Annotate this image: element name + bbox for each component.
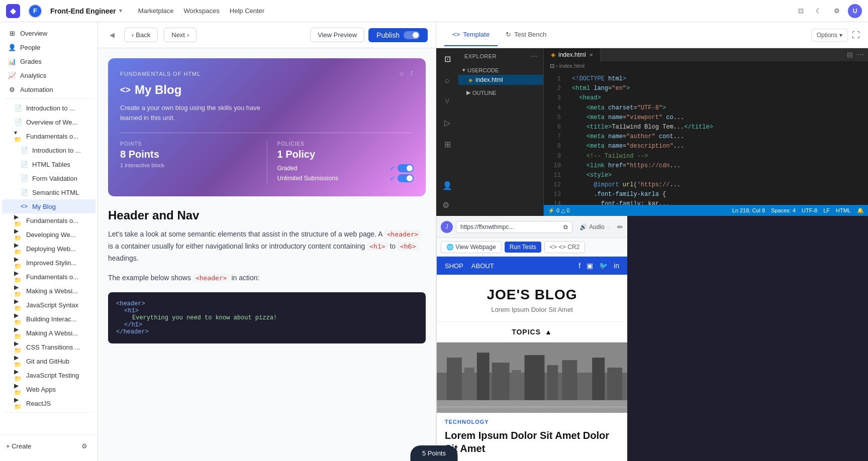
notifications-icon[interactable]: 🔔 — [857, 207, 864, 214]
article-title: Header and Nav — [108, 208, 426, 222]
outline-header[interactable]: ▶ OUTLINE — [462, 88, 539, 97]
sidebar-item-my-blog[interactable]: <> My Blog — [2, 199, 95, 213]
content-scroll: FUNDAMENTALS OF HTML ◇ ⤴ <> My Blog Crea… — [98, 48, 436, 461]
sidebar-item-fundamentals-o3[interactable]: ▶ 📁 Fundamentals o... — [2, 270, 95, 284]
view-webpage-button[interactable]: 🌐 View Webpage — [441, 241, 502, 253]
template-tab[interactable]: <> Template — [444, 24, 498, 46]
files-icon[interactable]: ⊡ — [442, 52, 453, 66]
sidebar-item-intro2[interactable]: 📄 Introduction to ... — [2, 143, 95, 157]
app-name-label: Front-End Engineer — [50, 7, 116, 15]
more-actions-icon[interactable]: ⋯ — [857, 51, 864, 59]
code-line-3: Everything you need to know about pizza! — [116, 314, 277, 321]
sidebar-item-javascript-test[interactable]: ▶ 📁 JavaScript Testing — [2, 368, 95, 382]
sidebar-item-web-apps[interactable]: ▶ 📁 Web Apps — [2, 382, 95, 396]
sidebar-item-overview-we[interactable]: 📄 Overview of We... — [2, 115, 95, 129]
source-control-icon[interactable]: ⑂ — [443, 95, 452, 108]
testbench-tab[interactable]: ↻ Test Bench — [498, 24, 554, 46]
split-editor-icon[interactable]: ⊟ — [847, 51, 853, 59]
expand-button[interactable]: ⛶ — [852, 31, 860, 40]
sidebar-item-automation[interactable]: ⚙ Automation — [2, 82, 95, 96]
help-center-link[interactable]: Help Center — [230, 7, 264, 15]
folder-icon: ▶ 📁 — [14, 371, 22, 379]
sidebar-item-grades[interactable]: 📊 Grades — [2, 54, 95, 68]
sidebar-item-deploying-web[interactable]: ▶ 📁 Deploying Web... — [2, 242, 95, 256]
sidebar-item-improved-styl[interactable]: ▶ 📁 Improved Stylin... — [2, 256, 95, 270]
marketplace-link[interactable]: Marketplace — [138, 7, 174, 15]
sidebar-item-making-webs1[interactable]: ▶ 📁 Making a Websi... — [2, 284, 95, 298]
run-debug-icon[interactable]: ▷ — [442, 116, 452, 130]
sidebar-item-making-webs2[interactable]: ▶ 📁 Making A Websi... — [2, 326, 95, 340]
url-bar[interactable]: https://ffxnwthmpc... ⧉ — [456, 221, 572, 233]
view-preview-button[interactable]: View Preview — [310, 28, 364, 42]
twitter-icon[interactable]: 🐦 — [599, 262, 608, 270]
sidebar-item-analytics[interactable]: 📈 Analytics — [2, 68, 95, 82]
user-avatar[interactable]: U — [848, 4, 862, 18]
explorer-menu-icon[interactable]: ⋯ — [530, 52, 538, 60]
sidebar-item-git-github[interactable]: ▶ 📁 Git and GitHub — [2, 354, 95, 368]
copy-url-icon[interactable]: ⧉ — [563, 223, 568, 230]
sidebar-item-developing-we[interactable]: ▶ 📁 Developing We... — [2, 227, 95, 242]
sidebar-item-fundamentals-o1[interactable]: ▾ 📁 Fundamentals o... — [2, 129, 95, 143]
code-brackets-icon: <> — [120, 85, 131, 95]
back-button[interactable]: ‹ Back — [124, 28, 158, 42]
unlimited-toggle[interactable]: ✓ — [390, 174, 414, 182]
audio-button[interactable]: 🔊 Audio ○ — [575, 221, 614, 233]
blog-nav-shop[interactable]: SHOP — [445, 262, 463, 270]
points-metric: POINTS 8 Points 1 interactive block — [120, 141, 257, 184]
sidebar-item-form-validation[interactable]: 📄 Form Validation — [2, 171, 95, 185]
sidebar-item-css-transitions[interactable]: ▶ 📁 CSS Transitions ... — [2, 340, 95, 354]
sidebar-item-semantic-html[interactable]: 📄 Semantic HTML — [2, 185, 95, 199]
facebook-icon[interactable]: f — [578, 262, 581, 270]
publish-toggle[interactable] — [404, 31, 420, 39]
topics-header[interactable]: TOPICS ▲ — [445, 328, 619, 336]
article-body-1: Let's take a look at some semantic eleme… — [108, 228, 426, 264]
blog-nav-about[interactable]: ABOUT — [471, 262, 494, 270]
usercode-label: USERCODE — [467, 67, 499, 73]
sidebar-item-intro1[interactable]: 📄 Introduction to ... — [2, 101, 95, 115]
sidebar-item-html-tables[interactable]: 📄 HTML Tables — [2, 157, 95, 171]
close-tab-icon[interactable]: ✕ — [589, 52, 593, 58]
automation-icon: ⚙ — [8, 85, 16, 93]
create-label[interactable]: + Create — [6, 442, 31, 450]
sidebar-item-building-inter[interactable]: ▶ 📁 Building Interac... — [2, 312, 95, 326]
extensions-icon[interactable]: ⊞ — [442, 138, 453, 151]
gear-sidebar-icon[interactable]: ⚙ — [440, 198, 454, 212]
next-button[interactable]: Next › — [164, 28, 197, 42]
app-chevron-icon[interactable]: ▾ — [119, 8, 122, 14]
code-tabs: ◈ index.html ✕ ⊟ ⋯ — [544, 48, 868, 62]
monitor-icon[interactable]: ⊡ — [794, 4, 808, 18]
sidebar-item-reactjs[interactable]: ▶ 📁 ReactJS — [2, 396, 95, 410]
breadcrumb-bar: ⊡ › index.html — [544, 62, 868, 70]
run-tests-button[interactable]: Run Tests — [505, 242, 541, 253]
sidebar-collapse-button[interactable]: ◀ — [106, 29, 118, 41]
settings-icon[interactable]: ⚙ — [830, 4, 844, 18]
sidebar-item-fundamentals-o2[interactable]: ▶ 📁 Fundamentals o... — [2, 213, 95, 227]
folder-open-icon: ▾ 📁 — [14, 132, 22, 140]
page-icon: 📄 — [20, 160, 28, 168]
share-icon[interactable]: ⤴ — [410, 70, 414, 77]
moon-icon[interactable]: ☾ — [812, 4, 826, 18]
search-sidebar-icon[interactable]: ⌕ — [443, 74, 452, 87]
bookmark-icon[interactable]: ◇ — [400, 70, 404, 77]
options-button[interactable]: Options ▾ — [811, 29, 848, 42]
edit-url-icon[interactable]: ✏ — [617, 223, 623, 231]
instagram-icon[interactable]: ▣ — [587, 262, 593, 270]
index-html-tab[interactable]: ◈ index.html ✕ — [544, 48, 601, 61]
sidebar-item-javascript-syn[interactable]: ▶ 📁 JavaScript Syntax — [2, 298, 95, 312]
cr2-button[interactable]: <> <> CR2 — [544, 241, 585, 253]
publish-button[interactable]: Publish — [368, 28, 428, 42]
sidebar-item-people[interactable]: 👤 People — [2, 40, 95, 54]
linkedin-icon[interactable]: in — [614, 262, 619, 270]
create-button[interactable]: + Create — [6, 440, 73, 452]
blog-nav-icons: f ▣ 🐦 in — [578, 262, 619, 270]
index-html-file[interactable]: ◈ index.html — [458, 75, 543, 85]
workspaces-link[interactable]: Workspaces — [183, 7, 219, 15]
sidebar-item-overview[interactable]: ⊞ Overview — [2, 26, 95, 40]
user-sidebar-icon[interactable]: 👤 — [440, 179, 454, 192]
usercode-section-header[interactable]: ▾ USERCODE — [458, 65, 543, 75]
sidebar-settings-icon[interactable]: ⚙ — [77, 439, 91, 453]
app-logo[interactable]: ◆ — [6, 4, 20, 18]
graded-toggle[interactable]: ✓ — [390, 164, 414, 172]
policies-metric: POLICIES 1 Policy Graded ✓ — [277, 141, 414, 184]
code-lines[interactable]: <!DOCTYPE html> <html lang="en"> <head> … — [566, 70, 868, 205]
